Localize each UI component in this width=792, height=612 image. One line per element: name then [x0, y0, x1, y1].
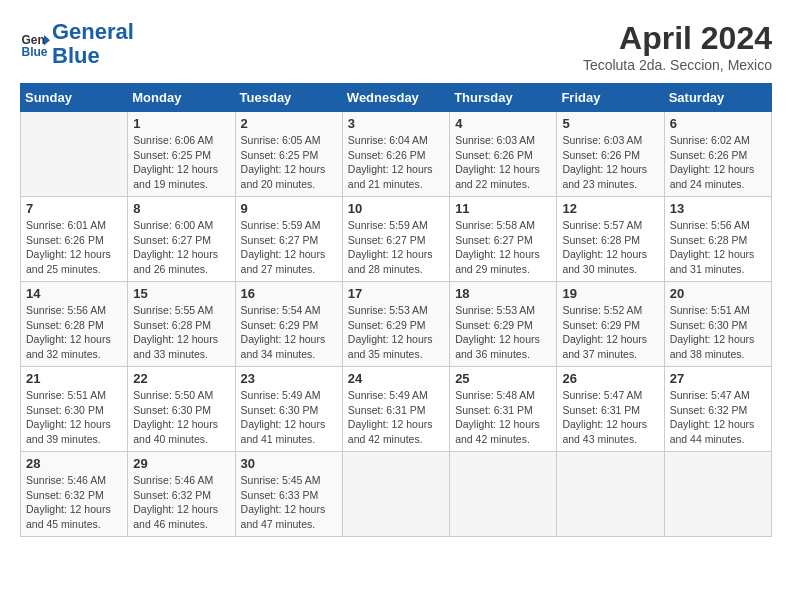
logo-icon: Gen Blue [20, 29, 50, 59]
day-cell: 7Sunrise: 6:01 AMSunset: 6:26 PMDaylight… [21, 197, 128, 282]
day-info: Sunrise: 5:59 AMSunset: 6:27 PMDaylight:… [348, 218, 444, 277]
day-info: Sunrise: 5:50 AMSunset: 6:30 PMDaylight:… [133, 388, 229, 447]
day-number: 26 [562, 371, 658, 386]
day-cell: 28Sunrise: 5:46 AMSunset: 6:32 PMDayligh… [21, 452, 128, 537]
day-info: Sunrise: 6:04 AMSunset: 6:26 PMDaylight:… [348, 133, 444, 192]
day-number: 12 [562, 201, 658, 216]
day-info: Sunrise: 5:49 AMSunset: 6:30 PMDaylight:… [241, 388, 337, 447]
week-row-1: 1Sunrise: 6:06 AMSunset: 6:25 PMDaylight… [21, 112, 772, 197]
weekday-header-wednesday: Wednesday [342, 84, 449, 112]
day-cell: 11Sunrise: 5:58 AMSunset: 6:27 PMDayligh… [450, 197, 557, 282]
day-info: Sunrise: 5:56 AMSunset: 6:28 PMDaylight:… [26, 303, 122, 362]
day-cell: 13Sunrise: 5:56 AMSunset: 6:28 PMDayligh… [664, 197, 771, 282]
day-cell: 9Sunrise: 5:59 AMSunset: 6:27 PMDaylight… [235, 197, 342, 282]
day-number: 22 [133, 371, 229, 386]
weekday-header-friday: Friday [557, 84, 664, 112]
day-info: Sunrise: 5:53 AMSunset: 6:29 PMDaylight:… [348, 303, 444, 362]
day-number: 23 [241, 371, 337, 386]
day-info: Sunrise: 6:06 AMSunset: 6:25 PMDaylight:… [133, 133, 229, 192]
day-cell: 25Sunrise: 5:48 AMSunset: 6:31 PMDayligh… [450, 367, 557, 452]
day-info: Sunrise: 6:03 AMSunset: 6:26 PMDaylight:… [455, 133, 551, 192]
day-info: Sunrise: 6:00 AMSunset: 6:27 PMDaylight:… [133, 218, 229, 277]
day-number: 15 [133, 286, 229, 301]
weekday-header-sunday: Sunday [21, 84, 128, 112]
week-row-3: 14Sunrise: 5:56 AMSunset: 6:28 PMDayligh… [21, 282, 772, 367]
logo-general: General [52, 19, 134, 44]
day-number: 4 [455, 116, 551, 131]
day-number: 2 [241, 116, 337, 131]
day-cell: 6Sunrise: 6:02 AMSunset: 6:26 PMDaylight… [664, 112, 771, 197]
day-cell: 12Sunrise: 5:57 AMSunset: 6:28 PMDayligh… [557, 197, 664, 282]
day-number: 28 [26, 456, 122, 471]
day-cell: 16Sunrise: 5:54 AMSunset: 6:29 PMDayligh… [235, 282, 342, 367]
day-info: Sunrise: 5:58 AMSunset: 6:27 PMDaylight:… [455, 218, 551, 277]
page-header: Gen Blue General Blue April 2024 Tecolut… [20, 20, 772, 73]
day-cell [21, 112, 128, 197]
day-info: Sunrise: 6:01 AMSunset: 6:26 PMDaylight:… [26, 218, 122, 277]
day-info: Sunrise: 5:52 AMSunset: 6:29 PMDaylight:… [562, 303, 658, 362]
weekday-header-tuesday: Tuesday [235, 84, 342, 112]
day-number: 29 [133, 456, 229, 471]
svg-marker-2 [44, 35, 50, 46]
day-number: 14 [26, 286, 122, 301]
day-info: Sunrise: 6:02 AMSunset: 6:26 PMDaylight:… [670, 133, 766, 192]
day-info: Sunrise: 5:49 AMSunset: 6:31 PMDaylight:… [348, 388, 444, 447]
day-number: 27 [670, 371, 766, 386]
logo: Gen Blue General Blue [20, 20, 134, 68]
day-number: 1 [133, 116, 229, 131]
day-info: Sunrise: 5:54 AMSunset: 6:29 PMDaylight:… [241, 303, 337, 362]
weekday-header-monday: Monday [128, 84, 235, 112]
day-number: 11 [455, 201, 551, 216]
day-cell: 26Sunrise: 5:47 AMSunset: 6:31 PMDayligh… [557, 367, 664, 452]
day-info: Sunrise: 5:56 AMSunset: 6:28 PMDaylight:… [670, 218, 766, 277]
calendar-title: April 2024 [583, 20, 772, 57]
day-cell: 4Sunrise: 6:03 AMSunset: 6:26 PMDaylight… [450, 112, 557, 197]
day-number: 18 [455, 286, 551, 301]
day-cell: 20Sunrise: 5:51 AMSunset: 6:30 PMDayligh… [664, 282, 771, 367]
day-cell: 14Sunrise: 5:56 AMSunset: 6:28 PMDayligh… [21, 282, 128, 367]
day-info: Sunrise: 5:46 AMSunset: 6:32 PMDaylight:… [26, 473, 122, 532]
day-number: 21 [26, 371, 122, 386]
day-cell: 10Sunrise: 5:59 AMSunset: 6:27 PMDayligh… [342, 197, 449, 282]
day-cell: 8Sunrise: 6:00 AMSunset: 6:27 PMDaylight… [128, 197, 235, 282]
day-number: 17 [348, 286, 444, 301]
day-info: Sunrise: 5:59 AMSunset: 6:27 PMDaylight:… [241, 218, 337, 277]
day-info: Sunrise: 6:05 AMSunset: 6:25 PMDaylight:… [241, 133, 337, 192]
calendar-subtitle: Tecoluta 2da. Seccion, Mexico [583, 57, 772, 73]
week-row-5: 28Sunrise: 5:46 AMSunset: 6:32 PMDayligh… [21, 452, 772, 537]
day-info: Sunrise: 5:53 AMSunset: 6:29 PMDaylight:… [455, 303, 551, 362]
svg-text:Blue: Blue [22, 45, 48, 59]
day-info: Sunrise: 5:48 AMSunset: 6:31 PMDaylight:… [455, 388, 551, 447]
logo-text: General Blue [52, 20, 134, 68]
day-cell: 3Sunrise: 6:04 AMSunset: 6:26 PMDaylight… [342, 112, 449, 197]
day-cell: 17Sunrise: 5:53 AMSunset: 6:29 PMDayligh… [342, 282, 449, 367]
day-info: Sunrise: 5:51 AMSunset: 6:30 PMDaylight:… [26, 388, 122, 447]
day-info: Sunrise: 5:55 AMSunset: 6:28 PMDaylight:… [133, 303, 229, 362]
weekday-header-thursday: Thursday [450, 84, 557, 112]
day-cell: 24Sunrise: 5:49 AMSunset: 6:31 PMDayligh… [342, 367, 449, 452]
day-cell [450, 452, 557, 537]
day-cell [342, 452, 449, 537]
day-cell: 30Sunrise: 5:45 AMSunset: 6:33 PMDayligh… [235, 452, 342, 537]
day-cell: 22Sunrise: 5:50 AMSunset: 6:30 PMDayligh… [128, 367, 235, 452]
day-number: 19 [562, 286, 658, 301]
day-number: 7 [26, 201, 122, 216]
day-number: 30 [241, 456, 337, 471]
day-cell [664, 452, 771, 537]
day-number: 3 [348, 116, 444, 131]
weekday-header-saturday: Saturday [664, 84, 771, 112]
day-number: 13 [670, 201, 766, 216]
title-section: April 2024 Tecoluta 2da. Seccion, Mexico [583, 20, 772, 73]
day-info: Sunrise: 5:47 AMSunset: 6:32 PMDaylight:… [670, 388, 766, 447]
day-cell: 5Sunrise: 6:03 AMSunset: 6:26 PMDaylight… [557, 112, 664, 197]
day-cell: 27Sunrise: 5:47 AMSunset: 6:32 PMDayligh… [664, 367, 771, 452]
week-row-2: 7Sunrise: 6:01 AMSunset: 6:26 PMDaylight… [21, 197, 772, 282]
day-number: 5 [562, 116, 658, 131]
day-number: 8 [133, 201, 229, 216]
day-cell: 18Sunrise: 5:53 AMSunset: 6:29 PMDayligh… [450, 282, 557, 367]
day-cell: 15Sunrise: 5:55 AMSunset: 6:28 PMDayligh… [128, 282, 235, 367]
day-info: Sunrise: 5:46 AMSunset: 6:32 PMDaylight:… [133, 473, 229, 532]
calendar-table: SundayMondayTuesdayWednesdayThursdayFrid… [20, 83, 772, 537]
day-number: 20 [670, 286, 766, 301]
day-info: Sunrise: 6:03 AMSunset: 6:26 PMDaylight:… [562, 133, 658, 192]
